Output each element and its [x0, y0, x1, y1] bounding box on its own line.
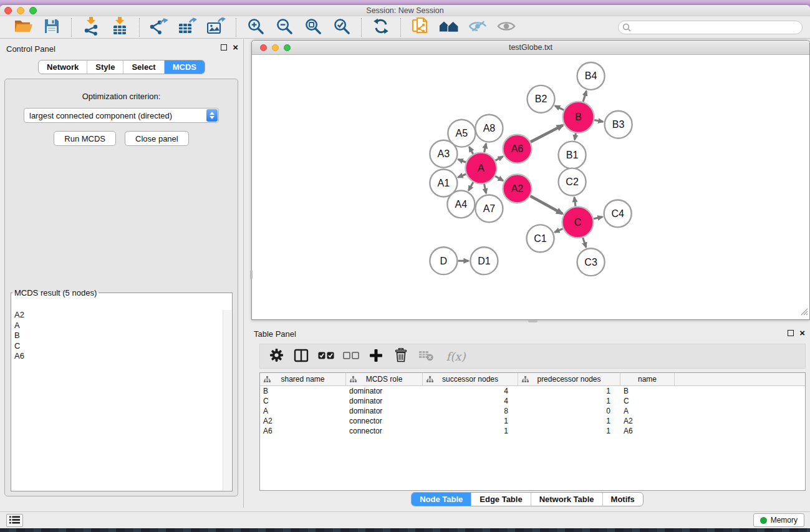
table-row[interactable]: Adominator80A [260, 406, 805, 416]
task-history-button[interactable] [6, 514, 23, 527]
tab-mcds[interactable]: MCDS [164, 60, 205, 74]
export-image-button[interactable] [205, 17, 228, 37]
cell-predecessor-nodes[interactable]: 1 [518, 396, 620, 406]
network-graph[interactable]: B4B2BB3A8A5A6A3B1AC2A1A2A4A7C4CC1C3DD1 [252, 56, 809, 319]
column-header-predecessor-nodes[interactable]: predecessor nodes [518, 373, 620, 385]
search-input[interactable] [618, 21, 803, 34]
edge-A-A1[interactable] [458, 174, 466, 177]
edge-C-C4[interactable] [594, 217, 602, 219]
tab-motifs[interactable]: Motifs [602, 493, 643, 506]
export-network-button[interactable] [147, 17, 171, 37]
import-network-button[interactable] [79, 17, 103, 37]
edge-B-B2[interactable] [555, 106, 564, 110]
memory-button[interactable]: Memory [753, 513, 804, 527]
run-mcds-button[interactable]: Run MCDS [54, 131, 116, 146]
cell-shared-name[interactable]: A [260, 406, 346, 416]
save-session-button[interactable] [40, 17, 64, 37]
open-session-button[interactable] [11, 17, 35, 37]
table-row[interactable]: A6connector11A6 [260, 426, 805, 436]
edge-B-B4[interactable] [583, 91, 586, 102]
cell-MCDS-role[interactable]: connector [346, 426, 423, 436]
cell-name[interactable]: B [620, 386, 675, 396]
close-panel-icon[interactable]: × [233, 44, 238, 51]
mcds-result-list[interactable]: A2ABCA6 [12, 310, 223, 490]
cell-name[interactable]: A6 [620, 426, 675, 436]
tab-edge-table[interactable]: Edge Table [471, 493, 530, 506]
edge-B-B1[interactable] [575, 133, 576, 140]
cell-successor-nodes[interactable]: 4 [423, 396, 518, 406]
cell-shared-name[interactable]: C [260, 396, 346, 406]
table-row[interactable]: A2connector11A2 [260, 416, 805, 426]
cell-MCDS-role[interactable]: connector [346, 416, 423, 426]
edge-A-A3[interactable] [458, 160, 466, 163]
zoom-out-button[interactable] [272, 17, 296, 37]
result-scrollbar[interactable] [223, 310, 231, 490]
cell-successor-nodes[interactable]: 1 [423, 416, 518, 426]
cell-name[interactable]: A [620, 406, 675, 416]
criterion-select[interactable]: largest connected component (directed) [24, 108, 219, 123]
table-row[interactable]: Cdominator41C [260, 396, 805, 406]
table-settings-button[interactable] [265, 346, 287, 367]
edge-A6-B[interactable] [531, 125, 563, 142]
cell-predecessor-nodes[interactable]: 1 [518, 386, 620, 396]
tab-node-table[interactable]: Node Table [412, 493, 471, 506]
float-panel-icon[interactable] [221, 44, 227, 51]
hide-selected-button[interactable] [466, 17, 489, 37]
tab-select[interactable]: Select [123, 60, 163, 74]
import-table-button[interactable] [108, 17, 132, 37]
zoom-in-button[interactable] [244, 17, 268, 37]
resize-grip[interactable] [801, 307, 808, 318]
cell-MCDS-role[interactable]: dominator [346, 396, 423, 406]
table-row[interactable]: Bdominator41B [260, 386, 805, 396]
close-panel-button[interactable]: Close panel [125, 131, 189, 146]
edge-A-A8[interactable] [485, 143, 486, 152]
edge-A-A4[interactable] [468, 182, 473, 190]
edge-A-A2[interactable] [495, 176, 503, 180]
show-all-button[interactable] [494, 17, 518, 37]
cell-shared-name[interactable]: B [260, 386, 346, 396]
cell-shared-name[interactable]: A2 [260, 416, 346, 426]
cell-name[interactable]: A2 [620, 416, 675, 426]
edge-A2-C[interactable] [530, 196, 562, 214]
mcds-result-item[interactable]: A2 [12, 310, 223, 321]
delete-table-button[interactable] [415, 346, 437, 367]
cell-MCDS-role[interactable]: dominator [346, 386, 423, 396]
column-header-shared-name[interactable]: shared name [260, 373, 346, 385]
close-table-panel-icon[interactable]: × [799, 330, 805, 336]
mcds-result-item[interactable]: C [12, 341, 223, 352]
cell-successor-nodes[interactable]: 1 [423, 426, 518, 436]
column-header-successor-nodes[interactable]: successor nodes [423, 373, 518, 385]
cell-name[interactable]: C [620, 396, 675, 406]
column-header-name[interactable]: name [620, 373, 675, 385]
show-columns-button[interactable] [290, 346, 312, 367]
cell-predecessor-nodes[interactable]: 0 [518, 406, 620, 416]
network-canvas[interactable]: B4B2BB3A8A5A6A3B1AC2A1A2A4A7C4CC1C3DD1 [252, 56, 809, 319]
edge-A-A6[interactable] [495, 157, 503, 160]
export-table-button[interactable] [176, 17, 200, 37]
add-column-button[interactable] [365, 346, 387, 367]
tab-style[interactable]: Style [87, 60, 123, 74]
mcds-result-item[interactable]: A6 [12, 351, 223, 362]
cell-shared-name[interactable]: A6 [260, 426, 346, 436]
delete-columns-button[interactable] [390, 346, 412, 367]
float-table-panel-icon[interactable] [788, 330, 794, 336]
cell-predecessor-nodes[interactable]: 1 [518, 416, 620, 426]
home-button[interactable] [437, 17, 461, 37]
cell-successor-nodes[interactable]: 8 [423, 406, 518, 416]
horizontal-scroll-thumb[interactable] [528, 320, 538, 322]
cell-MCDS-role[interactable]: dominator [346, 406, 423, 416]
zoom-fit-button[interactable] [301, 17, 325, 37]
edge-B-B3[interactable] [594, 120, 603, 122]
mcds-result-item[interactable]: A [12, 321, 223, 331]
mcds-result-item[interactable]: B [12, 331, 223, 341]
edge-A-A5[interactable] [469, 147, 473, 154]
zoom-selected-button[interactable] [330, 17, 354, 37]
edge-C-C1[interactable] [554, 229, 562, 233]
column-header-MCDS-role[interactable]: MCDS role [346, 373, 423, 385]
select-all-button[interactable] [315, 346, 337, 367]
edge-A-A7[interactable] [485, 184, 486, 193]
new-network-from-selection-button[interactable] [408, 17, 432, 37]
edge-C-C2[interactable] [574, 197, 576, 206]
cell-successor-nodes[interactable]: 4 [423, 386, 518, 396]
edge-C-C3[interactable] [583, 238, 586, 248]
